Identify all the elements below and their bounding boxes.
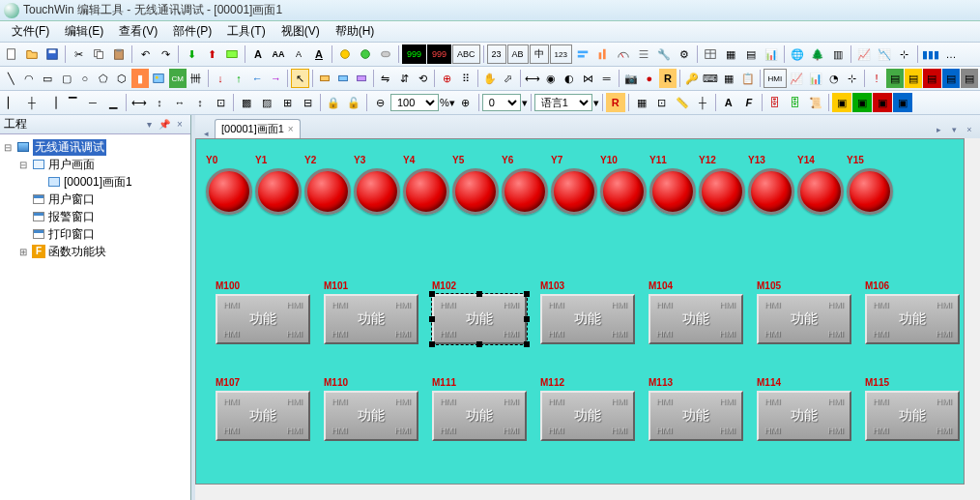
hand-icon[interactable]: ✋ — [481, 69, 499, 88]
layers-icon[interactable]: ▥ — [828, 44, 848, 64]
function-button-M113[interactable]: M113HMIHMI功能HMIHMI — [649, 391, 743, 441]
arc-icon[interactable]: ◠ — [20, 69, 38, 88]
bar-h-icon[interactable] — [573, 44, 592, 64]
rotate-icon[interactable]: ⟲ — [414, 69, 431, 88]
key-icon[interactable]: 🔑 — [683, 69, 701, 88]
xy-plot-icon[interactable]: ⊹ — [895, 44, 914, 64]
dial-icon[interactable]: ◉ — [542, 69, 560, 88]
align-t-icon[interactable]: ▔ — [63, 93, 82, 112]
group-icon[interactable]: ⊞ — [277, 93, 297, 112]
frame-icon[interactable]: CM — [169, 69, 187, 88]
arrow-d-icon[interactable]: ↓ — [212, 69, 229, 88]
valve-icon[interactable]: ⋈ — [579, 69, 596, 88]
tab-close-icon[interactable]: × — [288, 124, 294, 134]
align-l-icon[interactable]: ▏ — [2, 93, 21, 112]
keypad-icon[interactable]: ⌨ — [702, 69, 719, 88]
guide-icon[interactable]: ┼ — [693, 93, 712, 112]
alarm-b-icon[interactable]: ▤ — [886, 69, 904, 88]
zoom-out-icon[interactable]: ⊖ — [370, 93, 389, 112]
open-icon[interactable] — [22, 44, 42, 64]
pipe-icon[interactable]: ═ — [598, 69, 616, 88]
keyboard-icon[interactable]: ▦ — [720, 69, 737, 88]
same-h-icon[interactable]: ↕ — [190, 93, 210, 112]
paste-icon[interactable] — [109, 44, 129, 64]
undo-icon[interactable]: ↶ — [135, 44, 155, 64]
ellipse-icon[interactable]: ○ — [76, 69, 94, 88]
histogram-icon[interactable]: ▮▮▮ — [921, 44, 940, 64]
db-a-icon[interactable]: 🗄 — [765, 93, 785, 112]
flip-h-icon[interactable]: ⇋ — [377, 69, 394, 88]
alarm-d-icon[interactable]: ▤ — [923, 69, 940, 88]
grid-toggle-icon[interactable]: ▦ — [632, 93, 651, 112]
tree-alarm-windows[interactable]: 报警窗口 — [2, 208, 188, 225]
rrect-icon[interactable]: ▢ — [58, 69, 75, 88]
align-c-icon[interactable]: ┼ — [22, 93, 42, 112]
lamp-Y11[interactable]: Y11 — [649, 168, 698, 215]
redo-icon[interactable]: ↷ — [156, 44, 175, 64]
chart-a-icon[interactable]: 📊 — [762, 44, 781, 64]
resize-handle[interactable] — [429, 316, 435, 322]
trend-a-icon[interactable]: 📈 — [854, 44, 874, 64]
function-button-M114[interactable]: M114HMIHMI功能HMIHMI — [757, 391, 851, 441]
menu-display[interactable]: 视图(V) — [274, 21, 328, 42]
save-icon[interactable] — [43, 44, 62, 64]
chart-xy-icon[interactable]: ⊹ — [844, 69, 861, 88]
lamp-icon[interactable] — [335, 44, 355, 64]
input-ab-icon[interactable]: AB — [507, 44, 529, 64]
spin-combo[interactable]: 0 — [482, 94, 521, 111]
tree-root[interactable]: ⊟无线通讯调试 — [2, 138, 188, 156]
cursor-icon[interactable]: ⬀ — [500, 69, 517, 88]
list-icon[interactable] — [634, 44, 653, 64]
part-a-icon[interactable] — [315, 69, 332, 88]
tree-user-windows[interactable]: 用户窗口 — [2, 191, 188, 208]
tab-close-all-icon[interactable]: × — [963, 125, 976, 138]
dots-icon[interactable]: ⠿ — [456, 69, 474, 88]
chart-line-icon[interactable]: 📈 — [788, 69, 805, 88]
snap-icon[interactable]: ⊡ — [652, 93, 672, 112]
globe-icon[interactable]: 🌐 — [788, 44, 807, 64]
download-icon[interactable]: ⬇ — [182, 44, 201, 64]
chart-bar-icon[interactable]: 📊 — [806, 69, 823, 88]
font-underline-a-icon[interactable]: A — [309, 44, 329, 64]
resize-handle[interactable] — [429, 291, 435, 297]
alarm-a-icon[interactable]: ! — [868, 69, 885, 88]
lamp-Y12[interactable]: Y12 — [699, 168, 747, 215]
function-button-M102[interactable]: M102HMIHMI功能HMIHMI — [432, 294, 527, 344]
input-23-icon[interactable]: 23 — [487, 44, 506, 64]
resize-handle[interactable] — [476, 291, 482, 297]
win-c-icon[interactable]: ▣ — [873, 93, 892, 112]
table-icon[interactable] — [701, 44, 720, 64]
part-c-icon[interactable] — [353, 69, 370, 88]
chart-pie-icon[interactable]: ◔ — [825, 69, 843, 88]
more-icon[interactable]: … — [941, 44, 961, 64]
tool-a-icon[interactable]: 🔧 — [654, 44, 674, 64]
unlock-icon[interactable]: 🔓 — [344, 93, 363, 112]
scale-icon[interactable]: 卌 — [187, 69, 205, 88]
gauge-icon[interactable]: ◐ — [561, 69, 578, 88]
same-w-icon[interactable]: ↔ — [170, 93, 189, 112]
menu-edit[interactable]: 编辑(E) — [57, 21, 111, 42]
tab-screen-1[interactable]: [00001]画面1 × — [215, 119, 301, 138]
function-button-M106[interactable]: M106HMIHMI功能HMIHMI — [865, 294, 960, 344]
resize-handle[interactable] — [524, 341, 530, 347]
dist-h-icon[interactable]: ⟷ — [130, 93, 149, 112]
lamp-Y0[interactable]: Y0 — [206, 168, 254, 215]
num-999-red-icon[interactable]: 999 — [427, 44, 451, 64]
font-small-a-icon[interactable]: A — [289, 44, 308, 64]
button-green-icon[interactable] — [356, 44, 375, 64]
function-button-M107[interactable]: M107HMIHMI功能HMIHMI — [216, 391, 310, 441]
lock-icon[interactable]: 🔒 — [324, 93, 343, 112]
text-f-icon[interactable]: F — [739, 93, 759, 112]
text-abc-icon[interactable]: ABC — [452, 44, 480, 64]
win-a-icon[interactable]: ▣ — [832, 93, 851, 112]
upload-icon[interactable]: ⬆ — [202, 44, 221, 64]
tree-function-blocks[interactable]: ⊞F函数功能块 — [2, 243, 188, 260]
tab-list-icon[interactable]: ▾ — [947, 125, 961, 138]
script-icon[interactable]: 📜 — [806, 93, 825, 112]
function-button-M103[interactable]: M103HMIHMI功能HMIHMI — [540, 294, 635, 344]
zoom-combo[interactable]: 100 — [390, 94, 439, 111]
font-a-icon[interactable]: A — [248, 44, 268, 64]
lamp-Y2[interactable]: Y2 — [304, 168, 353, 215]
function-button-M111[interactable]: M111HMIHMI功能HMIHMI — [432, 391, 527, 441]
chinese-input-icon[interactable]: 中 — [530, 44, 549, 64]
